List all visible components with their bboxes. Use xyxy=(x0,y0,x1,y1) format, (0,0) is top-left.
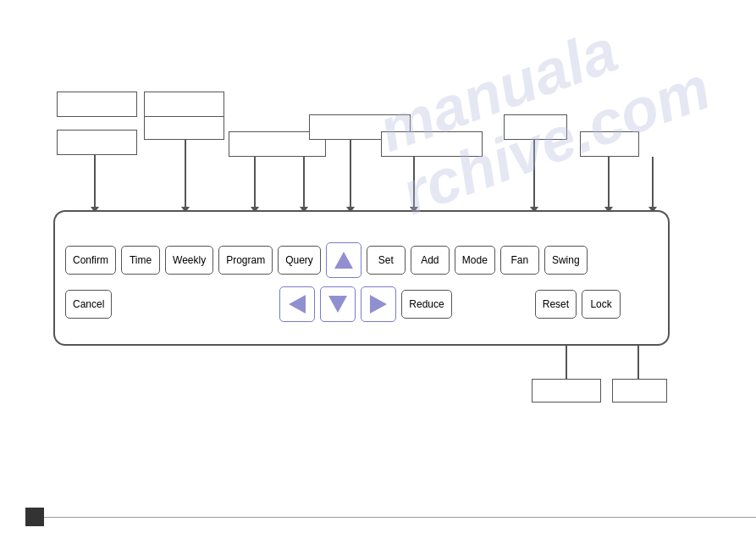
down-button[interactable] xyxy=(320,286,356,322)
remote-panel: Confirm Time Weekly Program Query Set Ad… xyxy=(53,210,670,346)
up-button[interactable] xyxy=(326,242,361,278)
confirm-button[interactable]: Confirm xyxy=(65,246,116,275)
connector-program xyxy=(303,157,305,210)
weekly-button[interactable]: Weekly xyxy=(165,246,213,275)
connector-mode xyxy=(533,140,535,210)
mode-button[interactable]: Mode xyxy=(455,246,495,275)
left-button[interactable] xyxy=(279,286,315,322)
connector-lock-bottom xyxy=(637,346,639,380)
label-box-time-high xyxy=(144,92,224,117)
fan-button[interactable]: Fan xyxy=(500,246,539,275)
reset-button[interactable]: Reset xyxy=(535,290,577,319)
button-row-2: Cancel Reduce Reset Lock xyxy=(65,286,621,322)
up-triangle-icon xyxy=(334,252,353,269)
label-box-confirm-high xyxy=(57,92,137,117)
right-button[interactable] xyxy=(361,286,396,322)
page: manualarchive.com xyxy=(0,0,756,533)
connector-confirm xyxy=(94,155,96,210)
down-triangle-icon xyxy=(328,296,347,313)
bottom-black-square xyxy=(25,508,44,526)
reduce-button[interactable]: Reduce xyxy=(401,290,451,319)
swing-button[interactable]: Swing xyxy=(544,246,588,275)
lock-button[interactable]: Lock xyxy=(582,290,621,319)
label-box-fan-top xyxy=(580,131,639,157)
connector-weekly xyxy=(254,157,256,210)
label-box-time-top xyxy=(144,114,224,140)
connector-fan xyxy=(608,157,610,210)
cancel-button[interactable]: Cancel xyxy=(65,290,112,319)
connector-set xyxy=(413,157,415,210)
program-button[interactable]: Program xyxy=(218,246,273,275)
connector-time xyxy=(185,140,186,210)
left-triangle-icon xyxy=(289,295,306,314)
set-button[interactable]: Set xyxy=(367,246,406,275)
time-button[interactable]: Time xyxy=(121,246,160,275)
right-triangle-icon xyxy=(370,295,387,314)
add-button[interactable]: Add xyxy=(411,246,450,275)
query-button[interactable]: Query xyxy=(278,246,321,275)
label-box-set-top xyxy=(381,131,483,157)
bottom-separator xyxy=(25,517,756,518)
button-row-1: Confirm Time Weekly Program Query Set Ad… xyxy=(65,242,588,278)
label-box-mode-top xyxy=(504,114,567,140)
connector-swing xyxy=(652,157,654,210)
label-box-lock-bottom xyxy=(612,379,667,403)
label-box-confirm xyxy=(57,130,137,155)
label-box-reset-bottom xyxy=(532,379,601,403)
connector-query xyxy=(350,140,351,210)
connector-reset-bottom xyxy=(566,346,567,380)
